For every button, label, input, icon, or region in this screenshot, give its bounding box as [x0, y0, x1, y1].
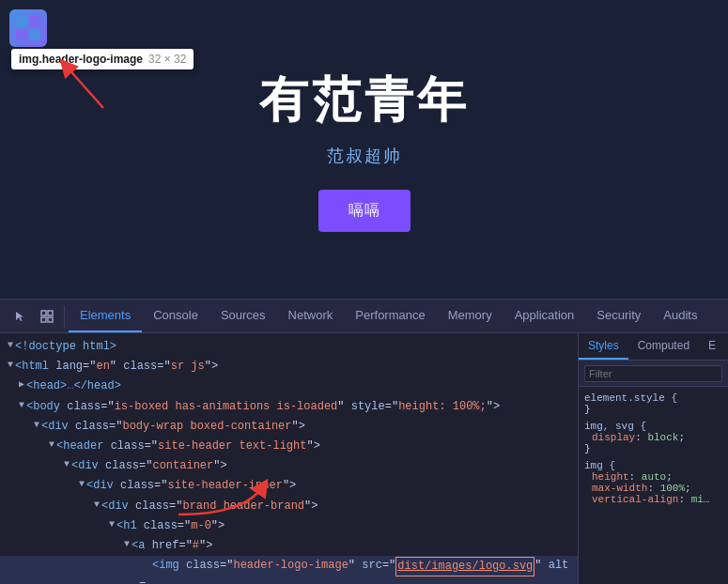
code-line-bodywrap[interactable]: ▼ <div class="body-wrap boxed-container"… [0, 417, 578, 437]
code-line-brand[interactable]: ▼ <div class="brand header-brand"> [0, 497, 578, 516]
styles-tab-computed[interactable]: Computed [628, 333, 699, 360]
collapse-triangle[interactable]: ▼ [94, 498, 100, 513]
styles-tab-styles[interactable]: Styles [579, 333, 628, 360]
code-panel: ▼ <!doctype html> ▼ <html lang="en" clas… [0, 333, 578, 584]
style-selector-imgsvg: img, svg { [584, 421, 722, 432]
svg-rect-5 [41, 311, 46, 315]
collapse-triangle[interactable]: ▼ [19, 398, 24, 413]
code-line-html[interactable]: ▼ <html lang="en" class="sr js"> [0, 357, 578, 377]
code-line-container[interactable]: ▼ <div class="container"> [0, 456, 578, 476]
code-line-siteheaderinner[interactable]: ▼ <div class="site-header-inner"> [0, 476, 578, 496]
tab-elements[interactable]: Elements [69, 300, 142, 332]
code-line-doctype[interactable]: ▼ <!doctype html> [0, 337, 578, 357]
code-panel-wrapper: ▼ <!doctype html> ▼ <html lang="en" clas… [0, 333, 578, 584]
style-block-element: element.style { } [584, 392, 722, 415]
preview-area: img.header-logo-image 32 × 32 有范青年 范叔超帅 … [0, 0, 728, 299]
style-block-imgsvg: img, svg { display: block; } [584, 421, 722, 454]
style-selector-img: img { [584, 460, 722, 471]
svg-rect-6 [48, 311, 53, 315]
tab-console[interactable]: Console [142, 300, 209, 332]
cta-button[interactable]: 嗝嗝 [318, 190, 410, 232]
collapse-triangle[interactable]: ▼ [124, 537, 130, 552]
style-prop-maxwidth: max-width: 100%; [584, 483, 722, 494]
tab-audits[interactable]: Audits [652, 300, 708, 332]
devtools-panel: Elements Console Sources Network Perform… [0, 299, 728, 584]
logo-container [9, 9, 47, 47]
style-prop-verticalalign: vertical-align: mi… [584, 494, 722, 505]
tab-application[interactable]: Application [503, 300, 586, 332]
site-logo [9, 9, 47, 47]
styles-panel: Styles Computed E element.style { } img,… [578, 333, 728, 584]
code-line-img[interactable]: <img class="header-logo-image" src="dist… [0, 556, 578, 584]
styles-tab-bar: Styles Computed E [579, 333, 728, 361]
tooltip-classname: img.header-logo-image [19, 53, 143, 66]
style-prop-height: height: auto; [584, 471, 722, 483]
style-close-brace: } [584, 404, 722, 415]
svg-rect-3 [29, 29, 40, 40]
tab-performance[interactable]: Performance [344, 300, 436, 332]
styles-content: element.style { } img, svg { display: bl… [579, 387, 728, 584]
svg-rect-0 [16, 16, 27, 27]
filter-bar [579, 361, 728, 387]
svg-rect-2 [16, 29, 27, 40]
collapse-triangle[interactable]: ▼ [64, 457, 70, 472]
svg-rect-7 [41, 317, 46, 322]
collapse-triangle[interactable]: ▼ [109, 517, 115, 532]
tab-network[interactable]: Network [277, 300, 345, 332]
devtools-toolbar: Elements Console Sources Network Perform… [0, 300, 728, 333]
cursor-icon[interactable] [9, 305, 32, 328]
devtools-tabs: Elements Console Sources Network Perform… [69, 300, 708, 332]
collapse-triangle[interactable]: ▼ [79, 477, 85, 492]
style-block-img: img { height: auto; max-width: 100%; ver… [584, 460, 722, 505]
inspect-icon[interactable] [36, 305, 58, 328]
code-line-a[interactable]: ▼ <a href="#"> [0, 536, 578, 556]
devtools-icon-group [4, 305, 65, 328]
code-line-header[interactable]: ▼ <header class="site-header text-light"… [0, 437, 578, 456]
style-selector: element.style { [584, 392, 722, 404]
svg-rect-8 [48, 317, 53, 322]
tab-memory[interactable]: Memory [437, 300, 503, 332]
styles-tab-event[interactable]: E [699, 333, 725, 360]
svg-line-4 [66, 66, 103, 108]
collapse-triangle[interactable]: ▼ [8, 338, 13, 353]
styles-filter-input[interactable] [584, 365, 722, 382]
element-tooltip: img.header-logo-image 32 × 32 [11, 49, 194, 69]
collapse-triangle[interactable]: ▼ [34, 418, 39, 433]
devtools-content: ▼ <!doctype html> ▼ <html lang="en" clas… [0, 333, 728, 584]
page-sub-title: 范叔超帅 [327, 145, 402, 167]
tab-security[interactable]: Security [585, 300, 652, 332]
style-close-brace2: } [584, 443, 722, 454]
code-line-h1[interactable]: ▼ <h1 class="m-0"> [0, 516, 578, 536]
style-prop-display: display: block; [584, 432, 722, 443]
collapse-triangle[interactable]: ▼ [8, 358, 13, 373]
tooltip-size: 32 × 32 [148, 53, 186, 66]
logo-icon [14, 14, 42, 42]
page-main-title: 有范青年 [259, 68, 470, 133]
collapse-triangle[interactable]: ▼ [49, 438, 54, 453]
tab-sources[interactable]: Sources [209, 300, 277, 332]
collapse-triangle[interactable]: ▶ [19, 377, 24, 392]
code-line-body[interactable]: ▼ <body class="is-boxed has-animations i… [0, 397, 578, 417]
code-line-head[interactable]: ▶ <head>…</head> [0, 377, 578, 396]
svg-rect-1 [29, 16, 40, 27]
